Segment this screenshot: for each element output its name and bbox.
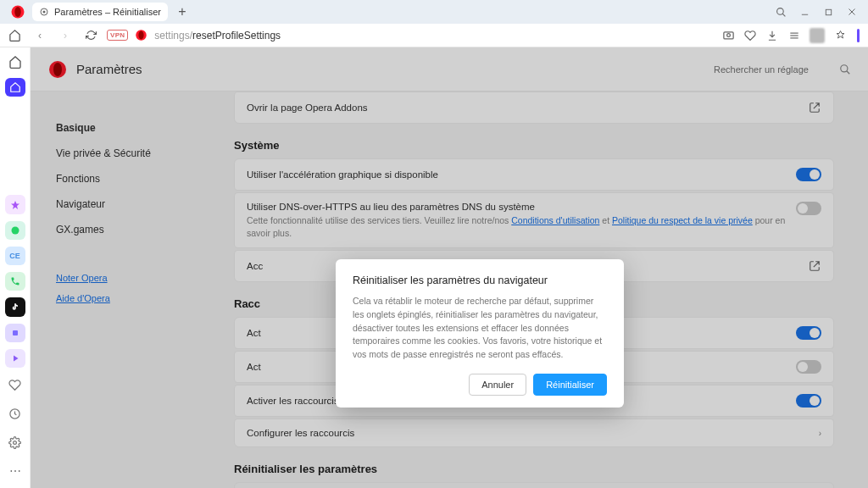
dialog-body: Cela va rétablir le moteur de recherche … — [353, 295, 607, 362]
download-icon[interactable] — [765, 29, 779, 42]
sidebar-home-icon[interactable] — [5, 53, 25, 71]
forward-icon[interactable]: › — [56, 26, 75, 45]
snapshot-icon[interactable] — [721, 29, 735, 42]
svg-point-3 — [43, 11, 46, 14]
easy-setup-icon[interactable] — [787, 29, 801, 42]
address-bar: ‹ › VPN settings/resetProfileSettings — [0, 24, 868, 47]
reload-icon[interactable] — [81, 26, 100, 45]
svg-point-4 — [776, 8, 783, 14]
svg-rect-18 — [13, 330, 18, 336]
settings-favicon-icon — [39, 7, 49, 17]
sidebar-app-4-icon[interactable] — [5, 272, 25, 291]
sidebar-history-icon[interactable] — [5, 403, 25, 424]
minimize-icon[interactable] — [798, 6, 810, 18]
heart-icon[interactable] — [743, 29, 757, 42]
reset-confirm-dialog: Réinitialiser les paramètres du navigate… — [336, 259, 624, 408]
app-sidebar: CE ⋯ — [0, 47, 31, 488]
browser-tab[interactable]: Paramètres – Réinitialiser — [32, 3, 168, 21]
svg-point-17 — [11, 226, 19, 234]
opera-logo-icon — [10, 4, 25, 19]
new-tab-button[interactable]: + — [173, 3, 192, 21]
sidebar-whatsapp-icon[interactable] — [5, 221, 25, 240]
search-tabs-icon[interactable] — [775, 6, 787, 18]
svg-point-13 — [726, 34, 730, 37]
sidebar-app-3-icon[interactable]: CE — [5, 247, 25, 265]
dialog-title: Réinitialiser les paramètres du navigate… — [353, 274, 607, 286]
maximize-icon[interactable] — [822, 6, 834, 18]
cancel-button[interactable]: Annuler — [469, 374, 526, 396]
sidebar-app-7-icon[interactable] — [5, 349, 25, 368]
sidebar-app-6-icon[interactable] — [5, 324, 25, 342]
profile-avatar[interactable] — [810, 28, 825, 43]
svg-line-5 — [782, 14, 785, 16]
svg-point-20 — [14, 441, 17, 444]
home-icon[interactable] — [5, 26, 24, 45]
extensions-icon[interactable] — [833, 29, 847, 42]
sidebar-tiktok-icon[interactable] — [5, 297, 25, 316]
sidebar-more-icon[interactable]: ⋯ — [5, 461, 25, 481]
vpn-badge[interactable]: VPN — [107, 30, 128, 41]
sidebar-pinboards-icon[interactable] — [5, 374, 25, 395]
svg-rect-7 — [826, 9, 831, 14]
site-favicon-icon — [135, 29, 147, 42]
close-icon[interactable] — [846, 6, 858, 18]
sidebar-toggle-icon[interactable] — [857, 29, 860, 42]
svg-point-1 — [14, 7, 21, 17]
back-icon[interactable]: ‹ — [31, 26, 49, 45]
window-titlebar: Paramètres – Réinitialiser + — [0, 0, 868, 24]
url-display[interactable]: settings/resetProfileSettings — [154, 30, 281, 42]
confirm-reset-button[interactable]: Réinitialiser — [533, 374, 607, 396]
tab-title: Paramètres – Réinitialiser — [54, 7, 161, 17]
sidebar-app-1-icon[interactable] — [5, 195, 25, 214]
sidebar-aria-icon[interactable] — [5, 78, 25, 97]
sidebar-settings-icon[interactable] — [5, 432, 25, 452]
svg-point-11 — [139, 31, 144, 40]
svg-rect-12 — [723, 32, 732, 39]
